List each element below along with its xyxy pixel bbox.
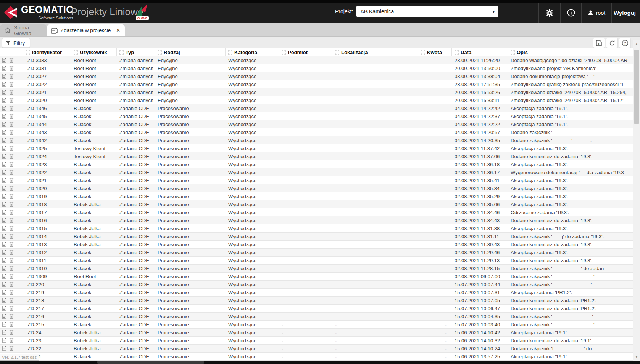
table-row[interactable]: ZD-1346B JacekZadanie CDEProcesowanieWyc… — [0, 104, 633, 112]
delete-event-button[interactable] — [9, 314, 14, 319]
table-row[interactable]: ZD-21B JacekZadanie CDEProcesowanieWycho… — [0, 353, 633, 361]
view-event-button[interactable] — [2, 346, 6, 351]
view-event-button[interactable] — [2, 338, 6, 343]
view-event-button[interactable] — [2, 146, 6, 151]
delete-event-button[interactable] — [9, 234, 14, 239]
column-header-identyfikator[interactable]: Identyfikator — [23, 48, 71, 56]
table-row[interactable]: ZD-22Bobek JolkaZadanie CDEProcesowanieW… — [0, 345, 633, 353]
column-header-kwota[interactable]: Kwota — [418, 48, 451, 56]
delete-event-button[interactable] — [9, 58, 14, 63]
scroll-down-arrow-icon[interactable]: ▼ — [633, 354, 640, 360]
view-event-button[interactable] — [2, 274, 6, 279]
delete-event-button[interactable] — [9, 210, 14, 215]
scroll-up-arrow-icon[interactable]: ▲ — [633, 41, 640, 47]
table-row[interactable]: ZD-1342B JacekZadanie CDEProcesowanieWyc… — [0, 136, 633, 144]
table-row[interactable]: ZD-1318Bobek JolkaZadanie CDEProcesowani… — [0, 200, 633, 208]
delete-event-button[interactable] — [9, 346, 14, 351]
delete-event-button[interactable] — [9, 122, 14, 127]
table-row[interactable]: ZD-3022Root RootZmiana danychEdycyjneWyc… — [0, 80, 633, 88]
delete-event-button[interactable] — [9, 66, 14, 71]
view-event-button[interactable] — [2, 218, 6, 223]
column-drag-icon[interactable] — [421, 50, 425, 55]
table-row[interactable]: ZD-1324Testowy KlientZadanie CDEProcesow… — [0, 152, 633, 160]
tab-home[interactable]: Strona Główna — [0, 24, 47, 36]
delete-event-button[interactable] — [9, 266, 14, 271]
view-event-button[interactable] — [2, 250, 6, 255]
help-button[interactable]: ? — [619, 38, 631, 48]
table-row[interactable]: ZD-1316B JacekZadanie CDEProcesowanieWyc… — [0, 216, 633, 224]
view-event-button[interactable] — [2, 282, 6, 287]
delete-event-button[interactable] — [9, 138, 14, 143]
view-event-button[interactable] — [2, 194, 6, 199]
table-row[interactable]: ZD-3033Root RootZmiana danychEdycyjneWyc… — [0, 56, 633, 64]
view-event-button[interactable] — [2, 266, 6, 271]
delete-event-button[interactable] — [9, 146, 14, 151]
delete-event-button[interactable] — [9, 330, 14, 335]
table-row[interactable]: ZD-1344B JacekZadanie CDEProcesowanieWyc… — [0, 120, 633, 128]
table-row[interactable]: ZD-3021Root RootZmiana danychEdycyjneWyc… — [0, 88, 633, 96]
table-row[interactable]: ZD-1314Bobek JolkaZadanie CDEProcesowani… — [0, 233, 633, 241]
settings-button[interactable] — [539, 3, 560, 23]
delete-event-button[interactable] — [9, 282, 14, 287]
view-event-button[interactable] — [2, 298, 6, 303]
column-drag-icon[interactable] — [455, 50, 459, 55]
table-row[interactable]: ZD-1309Root RootZadanie CDEProcesowanieW… — [0, 273, 633, 281]
view-event-button[interactable] — [2, 226, 6, 231]
logout-button[interactable]: Wyloguj — [612, 3, 638, 23]
table-row[interactable]: ZD-1345B JacekZadanie CDEProcesowanieWyc… — [0, 112, 633, 120]
view-event-button[interactable] — [2, 114, 6, 119]
table-row[interactable]: ZD-24Bobek JolkaZadanie CDEProcesowanieW… — [0, 329, 633, 337]
table-row[interactable]: ZD-1320B JacekZadanie CDEProcesowanieWyc… — [0, 184, 633, 192]
view-event-button[interactable] — [2, 138, 6, 143]
column-drag-icon[interactable] — [511, 50, 515, 55]
table-row[interactable]: ZD-3020Root RootZmiana danychEdycyjneWyc… — [0, 96, 633, 104]
delete-event-button[interactable] — [9, 82, 14, 87]
horizontal-scrollbar[interactable] — [0, 361, 640, 364]
column-header-lokalizacja[interactable]: Lokalizacja — [332, 48, 418, 56]
table-row[interactable]: ZD-1317B JacekZadanie CDEProcesowanieWyc… — [0, 208, 633, 216]
view-event-button[interactable] — [2, 66, 6, 71]
view-event-button[interactable] — [2, 170, 6, 175]
table-row[interactable]: ZD-1310B JacekZadanie CDEProcesowanieWyc… — [0, 265, 633, 273]
view-event-button[interactable] — [2, 154, 6, 159]
view-event-button[interactable] — [2, 314, 6, 319]
view-event-button[interactable] — [2, 122, 6, 127]
column-header-kategoria[interactable]: Kategoria — [225, 48, 279, 56]
column-header-rodzaj[interactable]: Rodzaj — [155, 48, 225, 56]
delete-event-button[interactable] — [9, 298, 14, 303]
view-event-button[interactable] — [2, 234, 6, 239]
delete-event-button[interactable] — [9, 306, 14, 311]
delete-event-button[interactable] — [9, 194, 14, 199]
delete-event-button[interactable] — [9, 154, 14, 159]
delete-event-button[interactable] — [9, 114, 14, 119]
column-drag-icon[interactable] — [74, 50, 78, 55]
delete-event-button[interactable] — [9, 170, 14, 175]
column-drag-icon[interactable] — [228, 50, 232, 55]
close-tab-icon[interactable]: ✕ — [116, 27, 120, 33]
delete-event-button[interactable] — [9, 178, 14, 183]
filters-button[interactable]: Filtry — [2, 38, 30, 48]
project-select[interactable]: AB Kamienica ▾ — [356, 6, 498, 17]
delete-event-button[interactable] — [9, 250, 14, 255]
view-event-button[interactable] — [2, 58, 6, 63]
table-row[interactable]: ZD-3027Root RootZmiana danychEdycyjneWyc… — [0, 72, 633, 80]
table-row[interactable]: ZD-219B JacekZadanie CDEProcesowanieWych… — [0, 289, 633, 297]
column-header-opis[interactable]: Opis — [508, 48, 633, 56]
delete-event-button[interactable] — [9, 98, 14, 103]
delete-event-button[interactable] — [9, 186, 14, 191]
view-event-button[interactable] — [2, 178, 6, 183]
view-event-button[interactable] — [2, 186, 6, 191]
column-header-podmiot[interactable]: Podmiot — [279, 48, 332, 56]
column-header-typ[interactable]: Typ — [116, 48, 155, 56]
view-event-button[interactable] — [2, 162, 6, 167]
delete-event-button[interactable] — [9, 162, 14, 167]
table-row[interactable]: ZD-1325Testowy KlientZadanie CDEProcesow… — [0, 144, 633, 152]
delete-event-button[interactable] — [9, 290, 14, 295]
table-row[interactable]: ZD-1321B JacekZadanie CDEProcesowanieWyc… — [0, 176, 633, 184]
view-event-button[interactable] — [2, 210, 6, 215]
table-row[interactable]: ZD-1312B JacekZadanie CDEProcesowanieWyc… — [0, 249, 633, 257]
delete-event-button[interactable] — [9, 226, 14, 231]
view-event-button[interactable] — [2, 130, 6, 135]
table-row[interactable]: ZD-1315Bobek JolkaZadanie CDEProcesowani… — [0, 224, 633, 233]
refresh-button[interactable] — [606, 38, 618, 48]
